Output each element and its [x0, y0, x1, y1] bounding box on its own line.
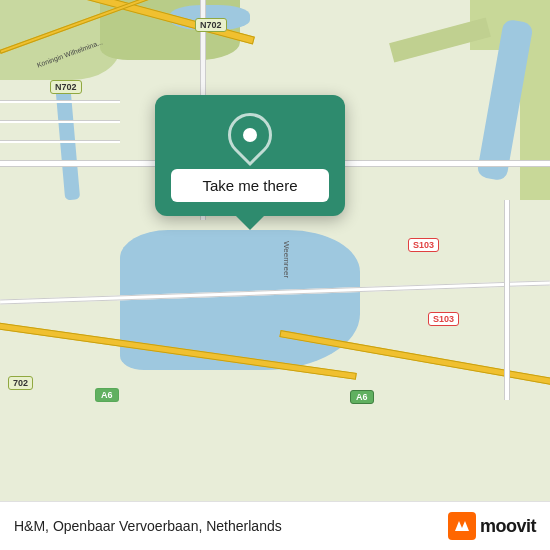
badge-a6-right: A6	[350, 390, 374, 404]
location-pin-dot	[243, 128, 257, 142]
road-label-weemreer: Weemreer	[282, 241, 291, 278]
badge-702-left: 702	[8, 376, 33, 390]
badge-s103-2: S103	[428, 312, 459, 326]
info-bar: H&M, Openbaar Vervoerbaan, Netherlands m…	[0, 501, 550, 550]
map-area[interactable]: Koningin Wilhelmina... N702 N702 N702 S1…	[0, 0, 550, 501]
badge-a6-left: A6	[95, 388, 119, 402]
badge-n702-2: N702	[50, 80, 82, 94]
road-s103-v	[504, 200, 510, 400]
location-text: H&M, Openbaar Vervoerbaan, Netherlands	[14, 518, 282, 534]
moovit-logo-icon	[448, 512, 476, 540]
app-container: Koningin Wilhelmina... N702 N702 N702 S1…	[0, 0, 550, 550]
take-me-there-button[interactable]: Take me there	[171, 169, 329, 202]
moovit-logo: moovit	[448, 512, 536, 540]
badge-s103-1: S103	[408, 238, 439, 252]
road-minor-3	[0, 140, 120, 143]
road-minor-2	[0, 120, 120, 123]
moovit-logo-svg	[452, 516, 472, 536]
road-minor-1	[0, 100, 120, 103]
moovit-logo-text: moovit	[480, 516, 536, 537]
popup-card: Take me there	[155, 95, 345, 216]
badge-n702-1: N702	[195, 18, 227, 32]
location-pin-icon	[219, 104, 281, 166]
